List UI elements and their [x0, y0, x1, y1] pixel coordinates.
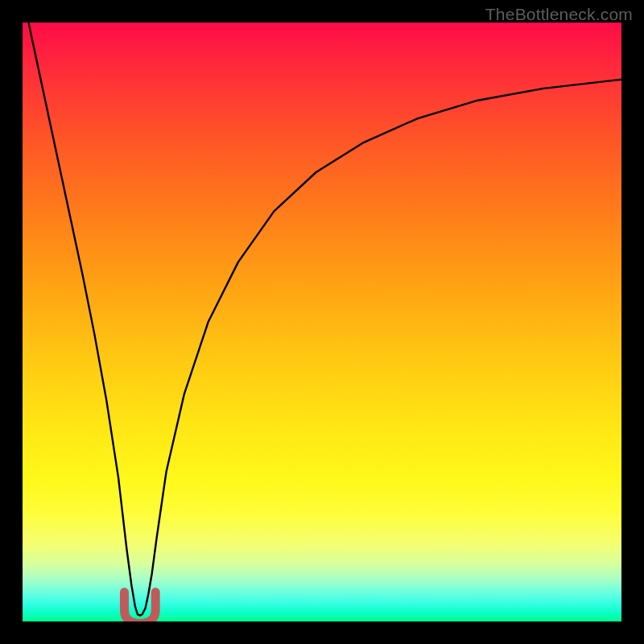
watermark-text: TheBottleneck.com: [485, 5, 633, 24]
curve-layer: [23, 23, 621, 621]
plot-area: [23, 23, 621, 621]
bottleneck-curve: [28, 23, 621, 616]
chart-frame: TheBottleneck.com: [0, 0, 644, 644]
optimum-marker-icon: [124, 592, 155, 621]
